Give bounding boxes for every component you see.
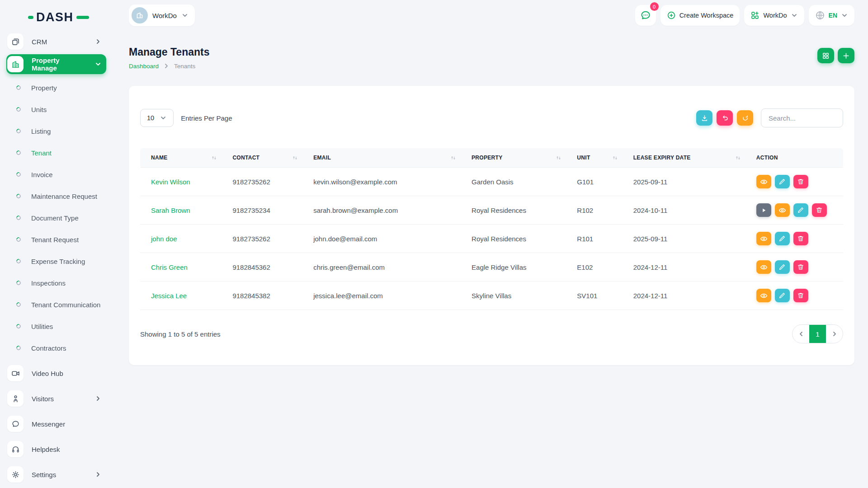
tenant-name-link[interactable]: Kevin Wilson bbox=[151, 178, 190, 186]
sidebar-item-helpdesk[interactable]: Helpdesk bbox=[6, 438, 106, 460]
sidebar-subitem-invoice[interactable]: Invoice bbox=[0, 164, 111, 185]
sidebar-subitem-utilities[interactable]: Utilities bbox=[0, 315, 111, 337]
sort-icon[interactable] bbox=[556, 155, 561, 161]
sort-icon[interactable] bbox=[612, 155, 618, 161]
edit-action-button[interactable] bbox=[775, 260, 790, 274]
export-download-button[interactable] bbox=[696, 110, 712, 126]
sidebar-subitem-label: Expense Tracking bbox=[31, 258, 85, 265]
bullet-icon bbox=[15, 323, 22, 329]
sidebar-subitem-label: Invoice bbox=[31, 171, 53, 178]
workspace-selector[interactable]: WorkDo bbox=[129, 5, 195, 26]
edit-action-button[interactable] bbox=[775, 175, 790, 188]
property-cell: Garden Oasis bbox=[467, 168, 572, 196]
column-header-name[interactable]: NAME bbox=[140, 148, 228, 168]
entries-per-page-label: Entries Per Page bbox=[181, 114, 232, 122]
create-workspace-button[interactable]: Create Workspace bbox=[660, 5, 740, 26]
sidebar-item-label: Helpdesk bbox=[32, 446, 102, 453]
eye-action-button[interactable] bbox=[756, 175, 771, 188]
pagination-next-button[interactable] bbox=[826, 325, 843, 343]
sidebar-subitem-property[interactable]: Property bbox=[0, 77, 111, 99]
sidebar-subitem-tenant-communication[interactable]: Tenant Communication bbox=[0, 294, 111, 315]
tenant-name-link[interactable]: Chris Green bbox=[151, 263, 188, 271]
sidebar-subitem-document-type[interactable]: Document Type bbox=[0, 207, 111, 229]
column-header-email[interactable]: EMAIL bbox=[309, 148, 467, 168]
bullet-icon bbox=[15, 215, 22, 221]
sidebar-item-label: CRM bbox=[32, 38, 86, 46]
sidebar-subitem-tenant[interactable]: Tenant bbox=[0, 142, 111, 164]
bullet-icon bbox=[15, 171, 22, 178]
sidebar-subitem-tenant-request[interactable]: Tenant Request bbox=[0, 229, 111, 250]
edit-action-button[interactable] bbox=[793, 203, 808, 217]
sidebar-subitem-label: Listing bbox=[31, 127, 51, 135]
tenant-name-link[interactable]: Sarah Brown bbox=[151, 206, 190, 214]
sort-icon[interactable] bbox=[450, 155, 456, 161]
refresh-button[interactable] bbox=[737, 110, 753, 126]
pagination-prev-button[interactable] bbox=[793, 325, 809, 343]
add-tenant-button[interactable] bbox=[838, 48, 854, 63]
sidebar-subitem-maintenance-request[interactable]: Maintenance Request bbox=[0, 185, 111, 207]
sidebar-item-label: Property Manage bbox=[32, 56, 86, 72]
play-action-button[interactable] bbox=[756, 203, 771, 217]
sidebar-item-settings[interactable]: Settings bbox=[6, 464, 106, 485]
eye-action-button[interactable] bbox=[756, 260, 771, 274]
video-icon bbox=[7, 365, 24, 381]
chevron-down-icon bbox=[181, 12, 189, 19]
undo-back-button[interactable] bbox=[717, 110, 733, 126]
sidebar-subitem-expense-tracking[interactable]: Expense Tracking bbox=[0, 250, 111, 272]
column-header-unit[interactable]: UNIT bbox=[572, 148, 628, 168]
edit-action-button[interactable] bbox=[775, 232, 790, 245]
sidebar-item-label: Messenger bbox=[32, 420, 102, 428]
tenants-table: NAME CONTACT EMAIL PROPERTY bbox=[140, 148, 843, 310]
gear-icon bbox=[7, 466, 24, 483]
entries-per-page-select[interactable]: 10 bbox=[140, 109, 174, 127]
eye-action-button[interactable] bbox=[775, 203, 790, 217]
workdo-apps-menu[interactable]: WorkDo bbox=[744, 5, 804, 26]
sidebar-item-messenger[interactable]: Messenger bbox=[6, 413, 106, 435]
messages-button[interactable]: 0 bbox=[635, 5, 656, 26]
sort-icon[interactable] bbox=[292, 155, 298, 161]
sidebar-subitem-contractors[interactable]: Contractors bbox=[0, 337, 111, 359]
eye-action-button[interactable] bbox=[756, 232, 771, 245]
topbar: WorkDo 0 Create Workspace WorkDo bbox=[129, 4, 854, 27]
chevron-down-icon bbox=[160, 114, 167, 122]
language-selector[interactable]: EN bbox=[809, 5, 854, 26]
brand-logo[interactable]: DASH bbox=[0, 8, 111, 26]
edit-action-button[interactable] bbox=[775, 289, 790, 302]
delete-action-button[interactable] bbox=[793, 289, 808, 302]
sidebar-subitem-label: Maintenance Request bbox=[31, 192, 97, 200]
delete-action-button[interactable] bbox=[812, 203, 827, 217]
email-cell: chris.green@email.com bbox=[309, 253, 467, 282]
delete-action-button[interactable] bbox=[793, 175, 808, 188]
column-header-label: ACTION bbox=[756, 155, 778, 161]
tenant-name-link[interactable]: Jessica Lee bbox=[151, 292, 187, 300]
sidebar-item-video-hub[interactable]: Video Hub bbox=[6, 362, 106, 384]
sort-icon[interactable] bbox=[211, 155, 217, 161]
delete-action-button[interactable] bbox=[793, 260, 808, 274]
headset-icon bbox=[7, 441, 24, 457]
sidebar-item-visitors[interactable]: Visitors bbox=[6, 388, 106, 409]
delete-action-button[interactable] bbox=[793, 232, 808, 245]
tenant-name-link[interactable]: john doe bbox=[151, 235, 177, 243]
sidebar-subitem-label: Tenant Communication bbox=[31, 301, 100, 309]
lease-expiry-cell: 2025-09-11 bbox=[629, 168, 752, 196]
sidebar-subitem-inspections[interactable]: Inspections bbox=[0, 272, 111, 294]
column-header-lease-expiry-date[interactable]: LEASE EXPIRY DATE bbox=[629, 148, 752, 168]
pagination-page-1[interactable]: 1 bbox=[809, 325, 826, 343]
sidebar-item-property-manage[interactable]: Property Manage bbox=[6, 54, 106, 74]
action-buttons bbox=[756, 203, 839, 217]
tenants-card: 10 Entries Per Page bbox=[129, 86, 854, 365]
grid-view-button[interactable] bbox=[817, 48, 834, 63]
column-header-contact[interactable]: CONTACT bbox=[228, 148, 309, 168]
search-input[interactable] bbox=[761, 108, 843, 127]
table-row: Sarah Brown 9182735234 sarah.brown@examp… bbox=[140, 196, 843, 225]
column-header-label: NAME bbox=[151, 155, 168, 161]
sidebar-subitem-units[interactable]: Units bbox=[0, 99, 111, 120]
breadcrumb-dashboard-link[interactable]: Dashboard bbox=[129, 63, 159, 70]
sidebar-item-crm[interactable]: CRM bbox=[6, 32, 106, 52]
email-cell: john.doe@email.com bbox=[309, 225, 467, 253]
column-header-property[interactable]: PROPERTY bbox=[467, 148, 572, 168]
sidebar-subitem-listing[interactable]: Listing bbox=[0, 120, 111, 142]
column-header-action[interactable]: ACTION bbox=[752, 148, 843, 168]
sort-icon[interactable] bbox=[735, 155, 741, 161]
eye-action-button[interactable] bbox=[756, 289, 771, 302]
